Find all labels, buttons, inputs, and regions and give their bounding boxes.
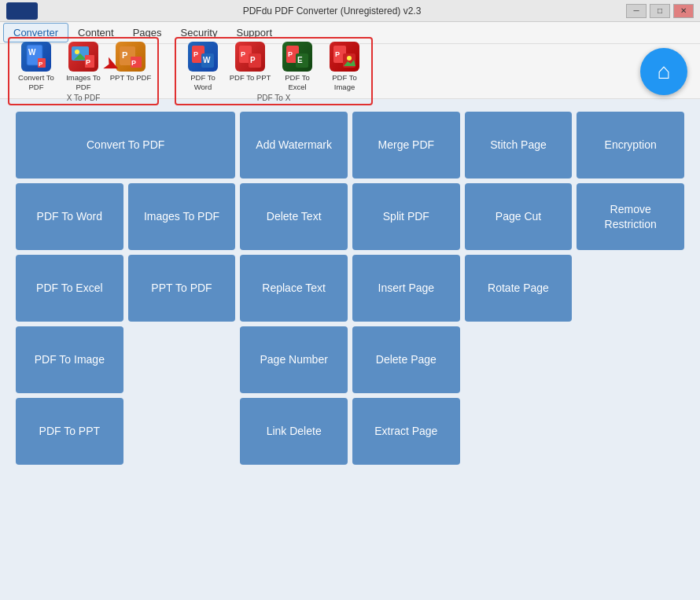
- cell-page-number[interactable]: Page Number: [240, 326, 348, 393]
- cell-split-pdf[interactable]: Split PDF: [352, 183, 460, 250]
- cell-pdf-to-word[interactable]: PDF To Word: [16, 183, 123, 250]
- title-bar: PDFdu PDF Converter (Unregistered) v2.3 …: [0, 0, 700, 22]
- cell-remove-restriction[interactable]: Remove Restriction: [577, 183, 684, 250]
- cell-empty-5-6: [577, 398, 684, 465]
- toolbar-group-pdf-to-x: P W PDF To Word P P PDF To P: [175, 37, 373, 105]
- window-controls[interactable]: ─ □ ✕: [626, 4, 694, 18]
- toolbar-pdf-to-ppt[interactable]: P P PDF To PPT: [228, 42, 272, 91]
- cell-add-watermark[interactable]: Add Watermark: [240, 112, 348, 179]
- svg-text:P: P: [250, 56, 256, 64]
- cell-encryption[interactable]: Encryption: [577, 112, 684, 179]
- svg-text:P: P: [288, 50, 293, 58]
- close-button[interactable]: ✕: [673, 4, 694, 18]
- feature-grid: Convert To PDF Add Watermark Merge PDF S…: [16, 112, 684, 465]
- cell-stitch-page[interactable]: Stitch Page: [465, 112, 573, 179]
- svg-text:W: W: [28, 48, 36, 57]
- cell-merge-pdf[interactable]: Merge PDF: [352, 112, 460, 179]
- app-logo: [6, 2, 38, 20]
- images-to-pdf-label: Images To PDF: [61, 73, 105, 91]
- svg-text:P: P: [39, 61, 43, 68]
- svg-text:P: P: [193, 50, 198, 58]
- toolbar-pdf-to-word[interactable]: P W PDF To Word: [181, 42, 225, 91]
- svg-text:P: P: [122, 50, 127, 60]
- maximize-button[interactable]: □: [650, 4, 670, 18]
- cell-empty-5-2: [128, 398, 236, 465]
- convert-to-pdf-label: Convert To PDF: [14, 73, 58, 91]
- pdf-to-word-label: PDF To Word: [181, 73, 225, 91]
- toolbar-images-to-pdf[interactable]: P Images To PDF: [61, 42, 105, 91]
- images-to-pdf-icon: P: [68, 42, 98, 72]
- toolbar-group-x-to-pdf: W P Convert To PDF P: [8, 37, 159, 105]
- cell-empty-5-5: [465, 398, 573, 465]
- pdf-to-ppt-icon: P P: [235, 42, 265, 72]
- group1-label: X To PDF: [9, 94, 157, 102]
- cell-rotate-page[interactable]: Rotate Page: [465, 255, 573, 322]
- cell-ppt-to-pdf[interactable]: PPT To PDF: [128, 255, 236, 322]
- pdf-to-ppt-label: PDF To PPT: [230, 73, 271, 82]
- cell-pdf-to-ppt[interactable]: PDF To PPT: [16, 398, 123, 465]
- svg-point-29: [347, 56, 352, 61]
- cell-insert-page[interactable]: Insert Page: [352, 255, 460, 322]
- cell-convert-to-pdf[interactable]: Convert To PDF: [16, 112, 235, 179]
- svg-point-6: [75, 50, 79, 54]
- minimize-button[interactable]: ─: [626, 4, 647, 18]
- toolbar-convert-to-pdf[interactable]: W P Convert To PDF: [14, 42, 58, 91]
- home-button[interactable]: ⌂: [640, 48, 687, 95]
- toolbar-pdf-to-image[interactable]: P PDF To Image: [322, 42, 367, 91]
- svg-text:P: P: [86, 58, 90, 66]
- cell-images-to-pdf[interactable]: Images To PDF: [128, 183, 236, 250]
- svg-text:P: P: [241, 50, 245, 58]
- pdf-to-excel-label: PDF To Excel: [275, 73, 319, 91]
- cell-pdf-to-excel[interactable]: PDF To Excel: [16, 255, 123, 322]
- pdf-to-image-label: PDF To Image: [322, 73, 367, 91]
- pdf-to-excel-icon: P E: [282, 42, 312, 72]
- pdf-to-image-icon: P: [330, 42, 359, 72]
- cell-page-cut[interactable]: Page Cut: [465, 183, 573, 250]
- cell-delete-text[interactable]: Delete Text: [240, 183, 348, 250]
- home-icon: ⌂: [658, 59, 671, 84]
- toolbar-pdf-to-excel[interactable]: P E PDF To Excel: [275, 42, 319, 91]
- cell-link-delete[interactable]: Link Delete: [240, 398, 348, 465]
- svg-text:P: P: [335, 50, 340, 58]
- cell-delete-page[interactable]: Delete Page: [352, 326, 460, 393]
- window-title: PDFdu PDF Converter (Unregistered) v2.3: [38, 6, 626, 17]
- cell-empty-4-6: [577, 326, 684, 393]
- cell-empty-4-5: [465, 326, 573, 393]
- pdf-to-word-icon: P W: [188, 42, 218, 72]
- toolbar-icons-row-2: P W PDF To Word P P PDF To P: [181, 42, 367, 91]
- svg-text:E: E: [297, 56, 303, 64]
- main-content: Convert To PDF Add Watermark Merge PDF S…: [0, 99, 700, 600]
- cell-empty-3-6: [577, 255, 684, 322]
- ppt-to-pdf-label: PPT To PDF: [110, 73, 151, 82]
- toolbar: W P Convert To PDF P: [0, 44, 700, 99]
- svg-text:P: P: [131, 59, 136, 67]
- group2-label: PDF To X: [176, 94, 371, 102]
- cell-pdf-to-image[interactable]: PDF To Image: [16, 326, 123, 393]
- convert-to-pdf-icon: W P: [21, 42, 51, 72]
- cell-replace-text[interactable]: Replace Text: [240, 255, 348, 322]
- toolbar-icons-row-1: W P Convert To PDF P: [14, 42, 153, 91]
- cell-extract-page[interactable]: Extract Page: [352, 398, 460, 465]
- ppt-to-pdf-icon: P P: [116, 42, 146, 72]
- cell-empty-4-2: [128, 326, 236, 393]
- svg-text:W: W: [203, 56, 211, 64]
